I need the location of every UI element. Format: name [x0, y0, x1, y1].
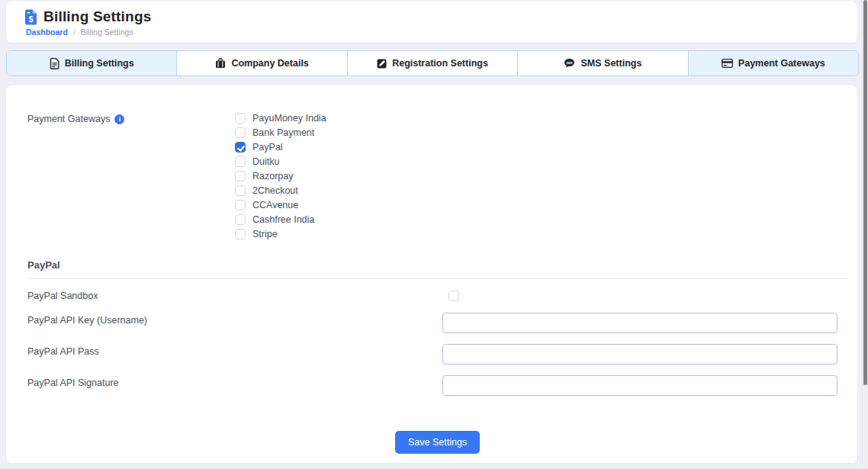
- tab-label: SMS Settings: [580, 58, 641, 69]
- briefcase-icon: [215, 58, 226, 69]
- gateway-options: PayuMoney India Bank Payment PayPal Duit…: [235, 113, 326, 239]
- paypal-api-key-label: PayPal API Key (Username): [27, 315, 147, 326]
- credit-card-icon: [722, 59, 733, 68]
- file-invoice-icon: [50, 58, 59, 69]
- svg-text:SMS: SMS: [567, 62, 573, 65]
- info-icon[interactable]: i: [114, 114, 124, 124]
- payment-gateways-panel: Payment Gateways i PayuMoney India Bank …: [6, 85, 857, 463]
- section-divider: [27, 278, 848, 279]
- gateway-checkbox[interactable]: [235, 185, 246, 196]
- paypal-api-key-input[interactable]: [442, 313, 837, 333]
- gateway-option-label: Razorpay: [252, 171, 294, 181]
- gateway-option: Cashfree India: [235, 214, 326, 225]
- gateway-checkbox[interactable]: [235, 127, 246, 138]
- breadcrumb-current: Billing Settings: [81, 27, 133, 37]
- paypal-api-signature-label: PayPal API Signature: [27, 377, 119, 388]
- breadcrumb-separator: /: [73, 27, 76, 37]
- gateway-checkbox[interactable]: [235, 214, 246, 225]
- tab-billing-settings[interactable]: Billing Settings: [7, 51, 177, 75]
- breadcrumb-dashboard-link[interactable]: Dashboard: [26, 27, 68, 37]
- paypal-api-pass-input[interactable]: [442, 344, 837, 365]
- save-settings-button[interactable]: Save Settings: [395, 431, 480, 454]
- gateway-option-label: 2Checkout: [252, 185, 298, 196]
- comment-sms-icon: SMS: [564, 58, 575, 69]
- scrollbar-thumb[interactable]: [863, 0, 867, 385]
- payment-gateways-label: Payment Gateways i: [27, 114, 124, 124]
- tab-label: Company Details: [231, 58, 308, 69]
- gateway-option-label: PayPal: [252, 142, 283, 153]
- breadcrumb: Dashboard / Billing Settings: [26, 27, 845, 37]
- gateway-checkbox[interactable]: [235, 113, 246, 124]
- settings-tabbar: Billing Settings Company Details Registr…: [6, 50, 859, 76]
- paypal-api-pass-label: PayPal API Pass: [27, 346, 99, 357]
- gateway-option: Duitku: [235, 156, 326, 167]
- gateway-option-label: Duitku: [252, 156, 279, 167]
- gateway-checkbox[interactable]: [235, 171, 246, 181]
- gateway-option-label: PayuMoney India: [252, 113, 326, 124]
- gateway-checkbox[interactable]: [235, 229, 246, 239]
- tab-registration-settings[interactable]: Registration Settings: [348, 51, 518, 75]
- gateway-checkbox[interactable]: [235, 200, 246, 210]
- tab-label: Registration Settings: [392, 58, 488, 69]
- gateway-option: Stripe: [235, 229, 326, 239]
- gateway-option-label: Bank Payment: [252, 127, 314, 138]
- page-header: $ Billing Settings Dashboard / Billing S…: [6, 2, 857, 43]
- gateway-option: Razorpay: [235, 171, 326, 181]
- billing-invoice-icon: $: [24, 9, 37, 25]
- page-title: Billing Settings: [43, 8, 151, 25]
- tab-payment-gateways[interactable]: Payment Gateways: [689, 51, 858, 75]
- gateway-option-label: CCAvenue: [252, 200, 298, 210]
- gateway-option-label: Cashfree India: [252, 214, 314, 225]
- gateway-option: PayPal: [235, 142, 326, 153]
- paypal-sandbox-label: PayPal Sandbox: [27, 291, 98, 301]
- pen-square-icon: [377, 59, 387, 69]
- gateway-option-label: Stripe: [252, 229, 278, 239]
- gateway-option: Bank Payment: [235, 127, 326, 138]
- scrollbar-track[interactable]: [862, 0, 868, 469]
- paypal-api-signature-input[interactable]: [442, 375, 837, 396]
- gateway-checkbox[interactable]: [235, 156, 246, 167]
- tab-label: Billing Settings: [65, 58, 134, 69]
- gateway-option: 2Checkout: [235, 185, 326, 196]
- paypal-sandbox-checkbox[interactable]: [448, 291, 459, 301]
- paypal-section-heading: PayPal: [27, 259, 60, 271]
- tab-label: Payment Gateways: [738, 58, 825, 69]
- gateway-checkbox[interactable]: [235, 142, 246, 153]
- tab-company-details[interactable]: Company Details: [177, 51, 347, 75]
- svg-text:$: $: [29, 14, 34, 23]
- tab-sms-settings[interactable]: SMS SMS Settings: [518, 51, 688, 75]
- gateway-option: PayuMoney India: [235, 113, 326, 124]
- gateway-option: CCAvenue: [235, 200, 326, 210]
